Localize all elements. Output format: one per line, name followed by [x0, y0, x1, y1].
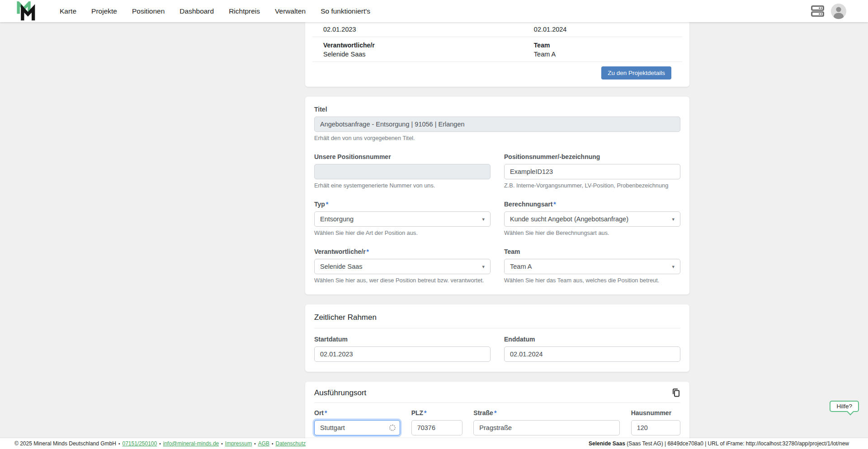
enddatum-label: Enddatum [504, 335, 680, 344]
position-form-card: Titel Erhält den von uns vorgegebenen Ti… [305, 97, 689, 295]
titel-input [314, 117, 680, 132]
required-marker: * [325, 409, 327, 416]
enddatum-group: Enddatum [504, 335, 680, 362]
footer-impressum-link[interactable]: Impressum [225, 440, 252, 447]
our-number-helper: Erhält eine systemgenerierte Nummer von … [314, 182, 491, 190]
typ-helper: Wählen Sie hier die Art der Position aus… [314, 229, 491, 237]
strasse-group: Straße* [473, 408, 620, 435]
footer-session-info: Selenide Saas (Saas Test AG) | 6849dce70… [589, 440, 849, 447]
team-select[interactable]: Team A ▾ [504, 259, 680, 274]
footer-email-link[interactable]: info@mineral-minds.de [163, 440, 219, 447]
mineral-minds-logo[interactable] [16, 1, 37, 21]
logo-icon [16, 1, 37, 21]
hausnummer-group: Hausnummer [631, 408, 680, 435]
footer-left: © 2025 Mineral Minds Deutschland GmbH•07… [14, 440, 306, 447]
startdatum-group: Startdatum [314, 335, 491, 362]
footer-phone-link[interactable]: 07151/250100 [122, 440, 157, 447]
ort-group: Ort* [314, 408, 400, 435]
berechnungsart-group: Berechnungsart* Kunde sucht Angebot (Ang… [504, 200, 680, 237]
main-content: 02.01.2023 02.01.2024 Verantwortliche/r … [0, 22, 868, 438]
environment-server-icon[interactable] [811, 4, 825, 18]
position-number-group: Positionsnummer/-bezeichnung Z.B. Intern… [504, 152, 680, 190]
ausfuehrungsort-heading: Ausführungsort [314, 388, 366, 398]
team-label: Team [504, 247, 680, 256]
footer: © 2025 Mineral Minds Deutschland GmbH•07… [0, 438, 868, 449]
position-number-label: Positionsnummer/-bezeichnung [504, 152, 680, 161]
required-marker: * [494, 409, 496, 416]
project-team-value: Team A [534, 50, 671, 59]
nav-item-richtpreis[interactable]: Richtpreis [229, 7, 260, 15]
user-avatar[interactable] [831, 4, 846, 19]
titel-label: Titel [314, 105, 680, 114]
project-dates-row: 02.01.2023 02.01.2024 [312, 22, 682, 37]
verantwortlicher-select[interactable]: Selenide Saas ▾ [314, 259, 491, 274]
copy-icon[interactable] [671, 388, 680, 397]
help-button[interactable]: Hilfe? [830, 401, 859, 412]
nav-item-karte[interactable]: Karte [60, 7, 76, 15]
nav-item-projekte[interactable]: Projekte [91, 7, 117, 15]
berechnungsart-label: Berechnungsart* [504, 200, 680, 209]
project-team-label: Team [534, 40, 671, 50]
project-start-date: 02.01.2023 [323, 25, 534, 34]
strasse-input[interactable] [473, 420, 620, 435]
titel-helper: Erhält den von uns vorgegebenen Titel. [314, 134, 680, 142]
ort-input[interactable] [314, 420, 400, 435]
divider [314, 402, 680, 403]
verantwortlicher-helper: Wählen Sie hier aus, wer diese Position … [314, 276, 491, 285]
footer-datenschutz-link[interactable]: Datenschutz [276, 440, 306, 447]
startdatum-label: Startdatum [314, 335, 491, 344]
footer-agb-link[interactable]: AGB [258, 440, 269, 447]
zeitlicher-rahmen-card: Zeitlicher Rahmen Startdatum Enddatum [305, 304, 689, 372]
footer-session-details: (Saas Test AG) | 6849dce708a0 | URL of i… [625, 440, 849, 447]
startdatum-input[interactable] [314, 346, 491, 362]
our-number-label: Unsere Positionsnummer [314, 152, 491, 161]
verantwortlicher-group: Verantwortliche/r* Selenide Saas ▾ Wähle… [314, 247, 491, 285]
hausnummer-label: Hausnummer [631, 408, 680, 417]
typ-group: Typ* Entsorgung ▾ Wählen Sie hier die Ar… [314, 200, 491, 237]
position-number-input[interactable] [504, 164, 680, 179]
berechnungsart-select[interactable]: Kunde sucht Angebot (Angebotsanfrage) ▾ [504, 211, 680, 227]
nav-item-positionen[interactable]: Positionen [132, 7, 165, 15]
zeitlicher-rahmen-heading: Zeitlicher Rahmen [314, 313, 680, 323]
plz-group: PLZ* [411, 408, 462, 435]
required-marker: * [424, 409, 426, 416]
enddatum-input[interactable] [504, 346, 680, 362]
chevron-down-icon: ▾ [482, 264, 485, 270]
team-group: Team Team A ▾ Wählen Sie hier das Team a… [504, 247, 680, 285]
required-marker: * [326, 201, 328, 208]
ausfuehrungsort-card: Ausführungsort Ort* [305, 382, 689, 438]
nav-item-verwalten[interactable]: Verwalten [275, 7, 306, 15]
strasse-label: Straße* [473, 408, 620, 417]
titel-group: Titel Erhält den von uns vorgegebenen Ti… [314, 105, 680, 142]
chevron-down-icon: ▾ [482, 216, 485, 222]
project-end-date: 02.01.2024 [534, 25, 671, 34]
project-details-button[interactable]: Zu den Projektdetails [601, 66, 671, 80]
team-helper: Wählen Sie hier das Team aus, welches di… [504, 276, 680, 285]
project-responsible-value: Selenide Saas [323, 50, 534, 59]
required-marker: * [553, 201, 556, 208]
chevron-down-icon: ▾ [672, 216, 675, 222]
nav-item-so-funktionierts[interactable]: So funktioniert's [321, 7, 370, 15]
typ-label: Typ* [314, 200, 491, 209]
verantwortlicher-label: Verantwortliche/r* [314, 247, 491, 256]
typ-select[interactable]: Entsorgung ▾ [314, 211, 491, 227]
top-navbar: Karte Projekte Positionen Dashboard Rich… [0, 0, 868, 22]
project-people-row: Verantwortliche/r Selenide Saas Team Tea… [312, 37, 682, 62]
divider [314, 328, 680, 328]
ort-label: Ort* [314, 408, 400, 417]
required-marker: * [367, 248, 369, 255]
plz-input[interactable] [411, 420, 462, 435]
nav-item-dashboard[interactable]: Dashboard [179, 7, 214, 15]
chevron-down-icon: ▾ [672, 264, 675, 270]
our-number-input [314, 164, 491, 179]
hausnummer-input[interactable] [631, 420, 680, 435]
berechnungsart-helper: Wählen Sie hier die Berechnungsart aus. [504, 229, 680, 237]
footer-copyright: © 2025 Mineral Minds Deutschland GmbH [14, 440, 116, 447]
project-summary-card: 02.01.2023 02.01.2024 Verantwortliche/r … [305, 22, 689, 87]
footer-user-name: Selenide Saas [589, 440, 625, 447]
main-navigation: Karte Projekte Positionen Dashboard Rich… [60, 7, 370, 15]
plz-label: PLZ* [411, 408, 462, 417]
position-number-helper: Z.B. Interne-Vorgangsnummer, LV-Position… [504, 182, 680, 190]
project-responsible-label: Verantwortliche/r [323, 40, 534, 50]
our-number-group: Unsere Positionsnummer Erhält eine syste… [314, 152, 491, 190]
